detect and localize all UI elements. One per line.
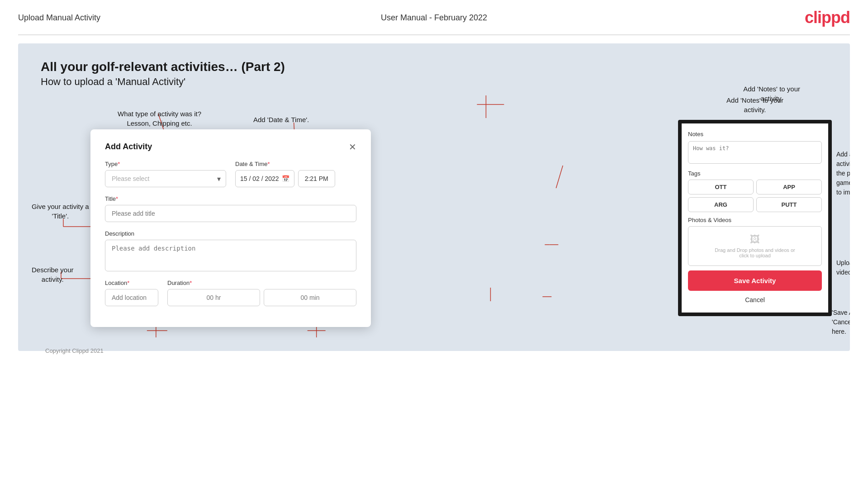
modal-title: Add Activity: [105, 142, 152, 152]
tags-grid: OTT APP ARG PUTT: [688, 180, 822, 212]
close-button[interactable]: ✕: [349, 142, 356, 152]
phone-panel: Add 'Notes' to your activity. Add a 'Tag…: [678, 95, 832, 316]
desc-group: Description: [105, 230, 356, 271]
duration-group: Duration*: [167, 280, 356, 306]
time-input[interactable]: 2:21 PM: [298, 170, 335, 187]
type-datetime-row: Type* Please select Date & Time* 15 / 02…: [105, 161, 356, 187]
type-select-wrapper: Please select: [105, 170, 226, 187]
location-group: Location*: [105, 280, 158, 306]
desc-textarea[interactable]: [105, 240, 356, 271]
location-label: Location*: [105, 280, 158, 286]
upload-area[interactable]: 🖼 Drag and Drop photos and videos or cli…: [688, 226, 822, 266]
upload-annotation: Upload a photo or video to the activity.: [836, 258, 850, 277]
duration-inputs: [167, 289, 356, 306]
top-bar: Upload Manual Activity User Manual - Feb…: [0, 0, 868, 27]
duration-label: Duration*: [167, 280, 356, 286]
title-required-star: *: [116, 195, 118, 202]
phone-screen: Notes Tags OTT APP ARG PUTT Photos & Vid…: [678, 120, 832, 316]
manual-title: User Manual - February 2022: [381, 13, 487, 23]
datetime-inputs: 15 / 02 / 2022 📅 2:21 PM: [235, 170, 356, 187]
notes-textarea[interactable]: [688, 141, 822, 164]
duration-required-star: *: [190, 280, 192, 286]
type-select[interactable]: Please select: [105, 170, 226, 187]
cancel-button[interactable]: Cancel: [688, 294, 822, 305]
add-activity-modal: Add Activity ✕ Type* Please select Date …: [90, 129, 371, 327]
annotation-desc: Describe your activity.: [32, 265, 74, 284]
title-label: Title*: [105, 195, 356, 202]
tag-putt[interactable]: PUTT: [756, 197, 822, 212]
svg-line-17: [556, 166, 563, 188]
logo: clippd: [805, 8, 850, 27]
date-input[interactable]: 15 / 02 / 2022 📅: [235, 170, 294, 187]
header-divider: [18, 34, 850, 35]
upload-icon: 🖼: [696, 234, 814, 246]
main-content: All your golf-relevant activities… (Part…: [18, 43, 850, 351]
datetime-group: Date & Time* 15 / 02 / 2022 📅 2:21 PM: [235, 161, 356, 187]
notes-section-label: Notes: [688, 131, 822, 137]
calendar-icon[interactable]: 📅: [282, 175, 289, 182]
duration-min-input[interactable]: [264, 289, 356, 306]
notes-annotation: Add 'Notes' to your activity.: [678, 95, 832, 114]
desc-label: Description: [105, 230, 356, 237]
tag-app[interactable]: APP: [756, 180, 822, 194]
title-group: Title*: [105, 195, 356, 222]
datetime-label: Date & Time*: [235, 161, 356, 167]
heading-section: All your golf-relevant activities… (Part…: [18, 43, 850, 97]
save-annotation: 'Save Activity' or 'Cancel' your changes…: [832, 308, 850, 336]
main-title: All your golf-relevant activities… (Part…: [41, 60, 827, 74]
type-group: Type* Please select: [105, 161, 226, 187]
location-duration-row: Location* Duration*: [105, 280, 356, 306]
type-label: Type*: [105, 161, 226, 167]
location-required-star: *: [127, 280, 129, 286]
type-required-star: *: [118, 161, 120, 167]
modal-header: Add Activity ✕: [105, 142, 356, 152]
main-subtitle: How to upload a 'Manual Activity': [41, 76, 827, 88]
page-title: Upload Manual Activity: [18, 13, 100, 23]
photos-section-label: Photos & Videos: [688, 217, 822, 223]
datetime-required-star: *: [268, 161, 270, 167]
tag-annotation: Add a 'Tag' to your activity to link it …: [836, 150, 850, 197]
tags-section-label: Tags: [688, 170, 822, 177]
annotation-type: What type of activity was it? Lesson, Ch…: [118, 109, 201, 128]
title-input[interactable]: [105, 205, 356, 222]
copyright: Copyright Clippd 2021: [23, 347, 868, 354]
upload-text: Drag and Drop photos and videos or click…: [696, 247, 814, 258]
save-activity-button[interactable]: Save Activity: [688, 270, 822, 291]
annotation-datetime: Add 'Date & Time'.: [253, 116, 309, 123]
annotation-title: Give your activity a 'Title'.: [32, 202, 89, 221]
tag-ott[interactable]: OTT: [688, 180, 754, 194]
location-input[interactable]: [105, 289, 158, 306]
duration-hr-input[interactable]: [167, 289, 260, 306]
tag-arg[interactable]: ARG: [688, 197, 754, 212]
